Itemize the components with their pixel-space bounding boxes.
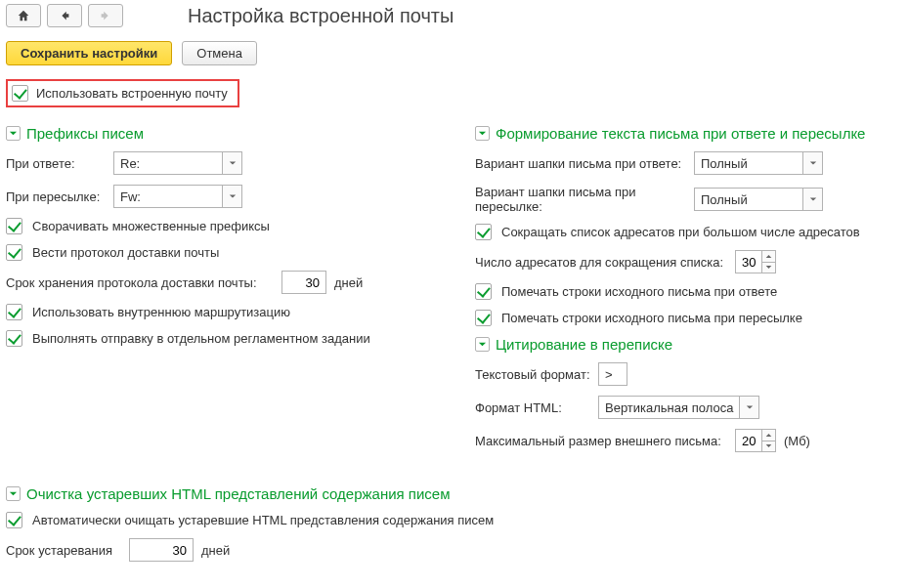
spinner-down[interactable]: [762, 263, 775, 273]
chevron-down-icon: [229, 159, 237, 167]
mark-forward-label: Помечать строки исходного письма при пер…: [501, 311, 802, 325]
max-size-input-wrapper: [735, 429, 776, 452]
cleanup-section-title: Очистка устаревших HTML представлений со…: [26, 485, 451, 502]
reply-fwd-collapse-button[interactable]: [475, 126, 490, 141]
reply-prefix-label: При ответе:: [6, 156, 113, 171]
reply-header-label: Вариант шапки письма при ответе:: [475, 156, 694, 171]
reply-prefix-value: Re:: [114, 152, 222, 174]
reply-header-dropdown[interactable]: Полный: [694, 151, 823, 175]
max-size-spinner: [761, 430, 775, 451]
chevron-up-icon: [765, 433, 772, 438]
retention-input-wrapper: [281, 271, 326, 294]
home-icon: [17, 9, 30, 22]
chevron-down-icon: [229, 192, 237, 200]
quoting-section-title: Цитирование в переписке: [496, 336, 672, 353]
age-unit: дней: [201, 543, 230, 558]
spinner-up[interactable]: [762, 251, 775, 263]
dropdown-button[interactable]: [802, 152, 822, 174]
retention-unit: дней: [334, 275, 363, 290]
forward-header-label: Вариант шапки письма при пересылке:: [475, 185, 694, 214]
max-size-unit: (Мб): [784, 434, 810, 448]
reply-fwd-section-title: Формирование текста письма при ответе и …: [496, 125, 865, 142]
text-format-value[interactable]: >: [598, 362, 627, 386]
dropdown-button[interactable]: [802, 189, 822, 210]
html-format-dropdown[interactable]: Вертикальная полоса: [598, 396, 759, 419]
shorten-count-input[interactable]: [736, 251, 761, 273]
quoting-collapse-button[interactable]: [475, 337, 490, 352]
spinner-down[interactable]: [762, 441, 775, 452]
chevron-down-icon: [765, 265, 772, 270]
cleanup-collapse-button[interactable]: [6, 486, 21, 501]
shorten-count-spinner: [761, 251, 775, 273]
collapse-prefixes-checkbox[interactable]: [6, 218, 22, 234]
auto-cleanup-checkbox[interactable]: [6, 512, 22, 528]
retention-input[interactable]: [282, 272, 325, 293]
dropdown-button[interactable]: [222, 186, 241, 207]
mark-reply-checkbox[interactable]: [475, 283, 492, 300]
save-button[interactable]: Сохранить настройки: [6, 41, 172, 65]
use-builtin-mail-label: Использовать встроенную почту: [36, 86, 228, 101]
max-size-label: Максимальный размер внешнего письма:: [475, 434, 735, 448]
age-label: Срок устаревания: [6, 543, 129, 558]
html-format-label: Формат HTML:: [475, 400, 598, 415]
dropdown-button[interactable]: [222, 152, 241, 174]
forward-prefix-label: При пересылке:: [6, 189, 113, 204]
forward-button[interactable]: [88, 4, 123, 27]
retention-label: Срок хранения протокола доставки почты:: [6, 275, 281, 290]
page-title: Настройка встроенной почты: [188, 5, 454, 27]
html-format-value: Вертикальная полоса: [599, 397, 739, 418]
separate-task-checkbox[interactable]: [6, 330, 22, 347]
forward-header-dropdown[interactable]: Полный: [694, 188, 823, 211]
arrow-right-icon: [99, 9, 112, 22]
collapse-prefixes-label: Сворачивать множественные префиксы: [32, 219, 270, 233]
cancel-button[interactable]: Отмена: [182, 41, 257, 65]
prefixes-section-title: Префиксы писем: [26, 125, 144, 142]
delivery-protocol-checkbox[interactable]: [6, 244, 22, 261]
mark-forward-checkbox[interactable]: [475, 310, 492, 326]
dropdown-button[interactable]: [739, 397, 758, 418]
prefixes-collapse-button[interactable]: [6, 126, 21, 141]
reply-prefix-dropdown[interactable]: Re:: [113, 151, 242, 175]
internal-routing-checkbox[interactable]: [6, 304, 22, 320]
chevron-up-icon: [765, 254, 772, 259]
chevron-down-icon: [765, 443, 772, 448]
shorten-count-label: Число адресатов для сокращения списка:: [475, 255, 735, 270]
age-input-wrapper: [129, 538, 194, 562]
use-builtin-mail-checkbox[interactable]: [12, 85, 28, 102]
use-builtin-mail-highlight: Использовать встроенную почту: [6, 79, 239, 107]
shorten-recipients-checkbox[interactable]: [475, 224, 492, 240]
shorten-count-input-wrapper: [735, 250, 776, 273]
chevron-down-icon: [478, 129, 487, 138]
auto-cleanup-label: Автоматически очищать устаревшие HTML пр…: [32, 513, 494, 527]
reply-header-value: Полный: [695, 152, 802, 174]
forward-prefix-dropdown[interactable]: Fw:: [113, 185, 242, 208]
chevron-down-icon: [478, 340, 487, 349]
text-format-label: Текстовый формат:: [475, 367, 598, 382]
max-size-input[interactable]: [736, 430, 761, 451]
age-input[interactable]: [130, 539, 193, 561]
forward-header-value: Полный: [695, 189, 802, 210]
home-button[interactable]: [6, 4, 41, 27]
chevron-down-icon: [746, 403, 754, 411]
separate-task-label: Выполнять отправку в отдельном регламент…: [32, 331, 370, 346]
delivery-protocol-label: Вести протокол доставки почты: [32, 245, 219, 260]
chevron-down-icon: [809, 159, 817, 167]
chevron-down-icon: [9, 489, 18, 498]
arrow-left-icon: [58, 9, 71, 22]
chevron-down-icon: [9, 129, 18, 138]
chevron-down-icon: [809, 195, 817, 203]
shorten-recipients-label: Сокращать список адресатов при большом ч…: [501, 225, 860, 239]
spinner-up[interactable]: [762, 430, 775, 441]
mark-reply-label: Помечать строки исходного письма при отв…: [501, 284, 777, 299]
back-button[interactable]: [47, 4, 82, 27]
internal-routing-label: Использовать внутреннюю маршрутизацию: [32, 305, 290, 319]
forward-prefix-value: Fw:: [114, 186, 222, 207]
